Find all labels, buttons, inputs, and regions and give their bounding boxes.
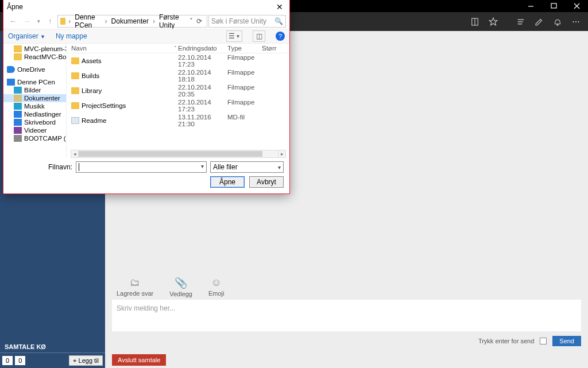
- queue-add-button[interactable]: + Legg til: [69, 355, 103, 366]
- book-icon[interactable]: [466, 13, 483, 30]
- up-button[interactable]: ↑: [44, 15, 56, 28]
- horizontal-scrollbar[interactable]: ◂ ▸: [71, 150, 286, 158]
- bell-icon[interactable]: [549, 13, 566, 30]
- file-row[interactable]: Library22.10.2014 20:35Filmappe: [67, 83, 289, 98]
- file-name: Assets: [82, 57, 102, 64]
- tree-node[interactable]: OneDrive: [3, 65, 66, 73]
- dialog-title: Åpne: [7, 3, 273, 11]
- col-type[interactable]: Type: [227, 45, 262, 52]
- end-conversation-button[interactable]: Avslutt samtale: [112, 354, 166, 366]
- tree-node-label: Skrivebord: [24, 119, 56, 126]
- col-size[interactable]: Størr: [262, 45, 285, 52]
- dialog-footer: Filnavn: ▾ Alle filer▾ Åpne Avbryt: [3, 158, 289, 193]
- file-name: Library: [82, 87, 102, 94]
- chevron-down-icon[interactable]: ▾: [201, 163, 204, 169]
- menu-icon[interactable]: [512, 13, 529, 30]
- pc-icon: [7, 79, 15, 86]
- tree-node-label: Nedlastinger: [24, 111, 61, 118]
- refresh-button[interactable]: ⟳: [194, 17, 204, 25]
- paperclip-icon: 📎: [175, 277, 187, 289]
- chevron-down-icon: ▾: [278, 164, 281, 171]
- tree-node-label: ReactMVC-Boile: [24, 53, 66, 60]
- dialog-body: MVC-plenum-3˄ReactMVC-BoileOneDriveDenne…: [3, 44, 289, 158]
- star-icon[interactable]: [485, 13, 502, 30]
- file-type: Filmappe: [227, 69, 262, 83]
- vid-icon: [14, 127, 22, 134]
- file-date: 22.10.2014 17:23: [178, 54, 227, 68]
- breadcrumb[interactable]: › Denne PCen › Dokumenter › Første Unity…: [57, 15, 207, 28]
- file-list-header[interactable]: Navn˄ Endringsdato Type Størr: [67, 44, 289, 53]
- fld-icon: [71, 57, 79, 64]
- enter-send-checkbox[interactable]: [540, 338, 547, 344]
- tree-node[interactable]: Dokumenter: [3, 94, 66, 102]
- filename-input[interactable]: ▾: [76, 161, 207, 173]
- cancel-button[interactable]: Avbryt: [249, 176, 284, 188]
- back-button[interactable]: ←: [7, 15, 20, 28]
- crumb-1[interactable]: Denne PCen: [74, 13, 102, 29]
- tree-node[interactable]: ReactMVC-Boile: [3, 53, 66, 61]
- forward-button[interactable]: →: [21, 15, 33, 28]
- crumb-dropdown[interactable]: ˅: [186, 17, 193, 25]
- tree-node[interactable]: Musikk: [3, 102, 66, 110]
- saved-replies-button[interactable]: 🗂 Lagrede svar: [117, 277, 153, 297]
- message-input[interactable]: Skriv melding her...: [112, 300, 581, 331]
- tree-node[interactable]: Videoer: [3, 126, 66, 134]
- file-row[interactable]: Assets22.10.2014 17:23Filmappe: [67, 53, 289, 68]
- scroll-thumb[interactable]: [79, 151, 262, 157]
- tree-node[interactable]: Denne PCen: [3, 78, 66, 86]
- col-name[interactable]: Navn: [71, 45, 87, 52]
- open-button[interactable]: Åpne: [210, 176, 245, 188]
- tree-node-label: OneDrive: [17, 66, 45, 73]
- window-maximize-button[interactable]: [542, 0, 565, 12]
- scroll-track[interactable]: [79, 150, 278, 158]
- recent-dropdown[interactable]: ▾: [34, 15, 42, 28]
- more-icon[interactable]: [567, 13, 585, 30]
- preview-pane-button[interactable]: ◫: [253, 30, 265, 42]
- file-date: 22.10.2014 17:23: [178, 99, 227, 113]
- dialog-nav: ← → ▾ ↑ › Denne PCen › Dokumenter › Førs…: [3, 14, 289, 29]
- folder-tree[interactable]: MVC-plenum-3˄ReactMVC-BoileOneDriveDenne…: [3, 44, 67, 158]
- scroll-left-button[interactable]: ◂: [71, 150, 79, 158]
- scroll-right-button[interactable]: ▸: [278, 150, 286, 158]
- tree-node[interactable]: BOOTCAMP (C:): [3, 134, 66, 142]
- queue-count-2: 0: [15, 356, 25, 365]
- fld-icon: [71, 102, 79, 109]
- view-mode-button[interactable]: ☰ ▼: [226, 30, 242, 42]
- message-placeholder: Skriv melding her...: [117, 304, 175, 312]
- chat-actionbar: 🗂 Lagrede svar 📎 Vedlegg ☺ Emoji: [105, 274, 588, 300]
- file-icon: [71, 117, 79, 124]
- new-folder-button[interactable]: Ny mappe: [56, 32, 87, 40]
- tree-node-label: Denne PCen: [17, 79, 55, 86]
- tree-node-label: Musikk: [24, 103, 45, 110]
- dialog-close-button[interactable]: ✕: [273, 1, 286, 13]
- col-date[interactable]: Endringsdato: [178, 45, 227, 52]
- window-close-button[interactable]: [565, 0, 588, 12]
- file-type: MD-fil: [227, 114, 262, 127]
- filetype-select[interactable]: Alle filer▾: [210, 161, 284, 173]
- crumb-3[interactable]: Første Unity: [158, 13, 185, 29]
- folder-icon: [60, 18, 65, 25]
- tree-node[interactable]: Skrivebord: [3, 118, 66, 126]
- organize-menu[interactable]: Organiser ▼: [8, 32, 45, 40]
- search-placeholder: Søk i Første Unity: [211, 17, 266, 25]
- tree-node[interactable]: Nedlastinger: [3, 110, 66, 118]
- attach-label: Vedlegg: [169, 290, 192, 297]
- help-button[interactable]: ?: [276, 32, 285, 41]
- window-minimize-button[interactable]: [519, 0, 542, 12]
- file-row[interactable]: Builds22.10.2014 18:18Filmappe: [67, 68, 289, 83]
- file-row[interactable]: ProjectSettings22.10.2014 17:23Filmappe: [67, 98, 289, 113]
- tree-node[interactable]: Bilder: [3, 86, 66, 94]
- fld-icon: [14, 53, 22, 60]
- search-input[interactable]: Søk i Første Unity 🔍: [208, 15, 286, 28]
- search-icon: 🔍: [274, 17, 283, 25]
- edit-icon[interactable]: [531, 13, 548, 30]
- chevron-right-icon: ›: [151, 17, 157, 25]
- fld-icon: [71, 87, 79, 94]
- send-button[interactable]: Send: [552, 336, 581, 346]
- file-row[interactable]: Readme13.11.2016 21:30MD-fil: [67, 113, 289, 128]
- attachment-button[interactable]: 📎 Vedlegg: [169, 277, 192, 297]
- tree-node[interactable]: MVC-plenum-3˄: [3, 45, 66, 53]
- desk-icon: [14, 119, 22, 126]
- emoji-button[interactable]: ☺ Emoji: [208, 277, 225, 297]
- crumb-2[interactable]: Dokumenter: [110, 17, 150, 25]
